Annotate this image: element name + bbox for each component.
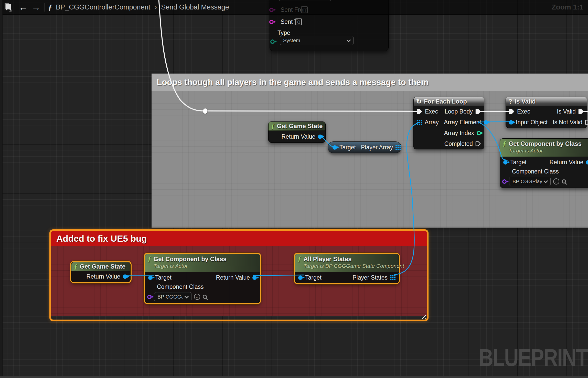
function-icon: ƒ (298, 256, 301, 262)
pin-label-return-value: Return Value (216, 274, 250, 281)
component-class-dropdown[interactable]: BP CGGGame S (154, 292, 191, 301)
pin-label-player-states: Player States (352, 274, 388, 281)
chevron-down-icon (347, 38, 351, 42)
blueprint-watermark: BLUEPRINT (479, 344, 587, 372)
array-pin-player-states[interactable] (390, 275, 395, 280)
question-icon: ? (508, 98, 512, 105)
chevron-down-icon (544, 179, 548, 183)
breadcrumb-leaf[interactable]: Send Global Message (161, 3, 229, 11)
breadcrumb-root[interactable]: BP_CGGControllerComponent (56, 3, 150, 11)
pin-label-loop-body: Loop Body (445, 108, 473, 115)
pin-label-target: Target (305, 274, 322, 281)
comment-header-loop[interactable]: Loops though all players in the game and… (152, 74, 588, 91)
object-pin-return-value[interactable] (586, 160, 588, 165)
node-subtitle: Target is Actor (509, 148, 582, 154)
function-icon: ƒ (503, 140, 506, 147)
pin-label-component-class: Component Class (512, 168, 559, 175)
object-pin-target[interactable] (333, 145, 337, 150)
object-pin-return-value[interactable] (252, 275, 257, 280)
browse-magnifier-icon[interactable] (203, 295, 207, 299)
pin-label-target: Target (155, 274, 172, 281)
node-header[interactable]: ƒ Get Game State (269, 122, 325, 131)
object-pin-return-value[interactable] (318, 135, 322, 139)
back-arrow-icon[interactable]: ← (19, 3, 28, 12)
browse-magnifier-icon[interactable] (562, 179, 566, 183)
node-get-game-state-fix[interactable]: ƒ Get Game State Return Value (71, 262, 131, 282)
node-subtitle: Target is Actor (154, 263, 227, 269)
node-title: Get Component by Class (509, 140, 582, 147)
comment-header-bugfix[interactable]: Added to fix UE5 bug (51, 231, 427, 246)
node-get-component-by-class-main[interactable]: ƒ Get Component by Class Target is Actor… (500, 138, 588, 188)
pin-label-component-class: Component Class (157, 283, 204, 290)
pin-label-return-value: Return Value (549, 159, 583, 166)
use-selected-icon[interactable]: ← (553, 178, 559, 185)
node-header[interactable]: ƒ Get Game State (71, 262, 130, 271)
string-pin-sent-to[interactable] (269, 20, 274, 24)
type-enum-dropdown[interactable]: System (280, 36, 354, 45)
exec-pin-is-not-valid[interactable] (585, 120, 588, 125)
comment-title-loop: Loops though all players in the game and… (157, 77, 429, 87)
node-get-game-state-main[interactable]: ƒ Get Game State Return Value (268, 121, 326, 143)
bookmark-fold-shape (9, 9, 12, 12)
pin-label-array-element: Array Element (444, 119, 481, 126)
exec-pin-in[interactable] (509, 109, 515, 114)
pin-label-completed: Completed (444, 140, 473, 147)
use-selected-icon[interactable]: ← (194, 294, 200, 300)
component-class-value: BP CGGGame S (157, 294, 183, 300)
forward-arrow-icon[interactable]: → (31, 3, 41, 12)
node-title: For Each Loop (424, 98, 467, 105)
blueprint-graph-editor[interactable]: BLUEPRINT Loops though all players in th… (0, 0, 588, 378)
object-pin-target[interactable] (503, 160, 508, 165)
exec-pin-loop-body[interactable] (475, 109, 481, 114)
component-class-value: BP CGGPlayer S (512, 179, 542, 185)
node-title: Get Game State (80, 263, 126, 270)
loop-icon: ↻ (416, 98, 422, 105)
node-title: All Player States (304, 256, 404, 263)
node-header[interactable]: ƒ All Player States Target is BP CGGGame… (295, 254, 399, 272)
exec-pin-is-valid[interactable] (578, 109, 584, 114)
array-pin-in[interactable] (417, 120, 422, 125)
object-pin-return-value[interactable] (123, 274, 127, 279)
reroute-node[interactable] (203, 108, 207, 114)
node-player-array-variable[interactable]: Target Player Array (328, 141, 401, 153)
class-pin-component-class[interactable] (147, 295, 152, 299)
pin-label-array: Array (425, 119, 439, 126)
breadcrumb-toolbar: ← → ƒ BP_CGGControllerComponent › Send G… (0, 0, 588, 15)
class-pin-component-class[interactable] (502, 179, 507, 184)
node-header[interactable]: ƒ Get Component by Class Target is Actor (145, 254, 260, 272)
node-header[interactable]: ↻ For Each Loop (414, 97, 484, 106)
enum-pin-type[interactable] (270, 39, 275, 44)
node-get-component-by-class-fix[interactable]: ƒ Get Component by Class Target is Actor… (145, 254, 260, 303)
pin-label-exec: Exec (425, 108, 438, 115)
breadcrumb-separator-icon: › (154, 3, 157, 12)
node-header[interactable]: ? Is Valid (506, 97, 587, 106)
sent-to-checkbox[interactable] (295, 18, 302, 25)
comment-title-bugfix: Added to fix UE5 bug (56, 233, 147, 244)
exec-pin-in[interactable] (417, 109, 422, 114)
array-pin-player-array[interactable] (395, 145, 401, 150)
pin-label-player-array: Player Array (361, 144, 393, 151)
object-pin-array-element[interactable] (484, 120, 488, 125)
type-enum-value: System (283, 38, 300, 44)
exec-pin-completed[interactable] (475, 141, 481, 146)
object-pin-input-object[interactable] (509, 120, 513, 125)
node-title: Get Game State (277, 122, 323, 130)
int-pin-array-index[interactable] (477, 131, 481, 135)
node-is-valid[interactable]: ? Is Valid Exec Is Valid Input Object Is… (506, 97, 587, 128)
node-all-player-states[interactable]: ƒ All Player States Target is BP CGGGame… (295, 254, 399, 283)
node-for-each-loop[interactable]: ↻ For Each Loop Exec Loop Body Array Arr… (413, 97, 484, 149)
pin-label-is-valid: Is Valid (557, 108, 576, 115)
zoom-indicator: Zoom 1:1 (552, 3, 583, 11)
pin-label-target: Target (510, 159, 527, 166)
object-pin-target[interactable] (148, 275, 153, 280)
component-class-dropdown[interactable]: BP CGGPlayer S (509, 177, 551, 186)
pin-label-array-index: Array Index (444, 130, 474, 137)
node-subtitle: Target is BP CGGGame State Component (304, 263, 404, 269)
bookmark-icon[interactable] (5, 3, 11, 11)
toolbar-separator (44, 3, 45, 12)
window-edge (0, 0, 3, 378)
function-icon: ƒ (74, 263, 78, 270)
node-header[interactable]: ƒ Get Component by Class Target is Actor (500, 139, 588, 157)
object-pin-target[interactable] (298, 275, 303, 280)
pin-label-exec: Exec (517, 108, 530, 115)
